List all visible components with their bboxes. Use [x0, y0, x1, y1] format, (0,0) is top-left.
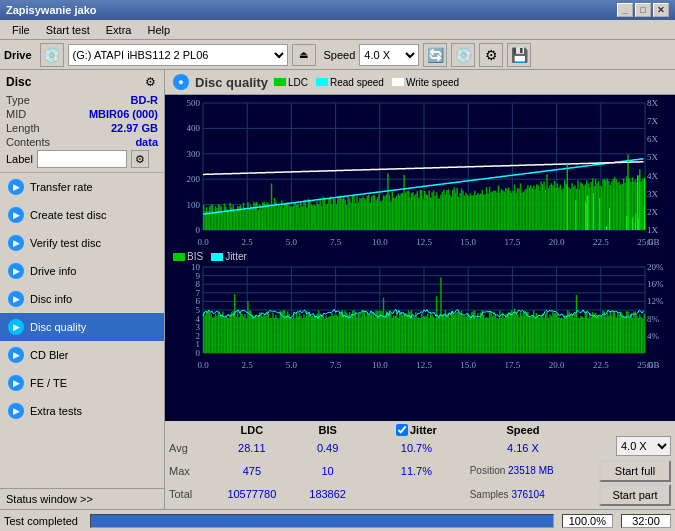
minimize-button[interactable]: _: [617, 3, 633, 17]
write-speed-label: Write speed: [406, 77, 459, 88]
legend-bis: BIS: [173, 251, 203, 262]
sidebar-menu: ▶ Transfer rate ▶ Create test disc ▶ Ver…: [0, 173, 164, 488]
read-speed-color: [316, 78, 328, 86]
disc-quality-icon: ▶: [8, 319, 24, 335]
avg-jitter: 10.7%: [363, 436, 470, 459]
write-speed-color: [392, 78, 404, 86]
type-value: BD-R: [131, 94, 159, 106]
sidebar-item-cd-bler[interactable]: ▶ CD Bler: [0, 341, 164, 369]
position-cell: Position 23518 MB: [470, 459, 577, 482]
sidebar-item-transfer-rate[interactable]: ▶ Transfer rate: [0, 173, 164, 201]
sidebar: Disc ⚙ Type BD-R MID MBIR06 (000) Length…: [0, 70, 165, 509]
content-header: ● Disc quality LDC Read speed Write spee…: [165, 70, 675, 95]
position-value: 23518 MB: [508, 465, 554, 476]
length-value: 22.97 GB: [111, 122, 158, 134]
sidebar-item-extra-tests[interactable]: ▶ Extra tests: [0, 397, 164, 425]
content-area: ● Disc quality LDC Read speed Write spee…: [165, 70, 675, 509]
sidebar-item-fe-te[interactable]: ▶ FE / TE: [0, 369, 164, 397]
label-icon-button[interactable]: ⚙: [131, 150, 149, 168]
ldc-header: LDC: [212, 424, 293, 436]
progress-bar-fill: [91, 515, 553, 527]
create-test-disc-label: Create test disc: [30, 209, 106, 221]
type-label: Type: [6, 94, 30, 106]
start-full-button[interactable]: Start full: [599, 460, 671, 482]
fe-te-icon: ▶: [8, 375, 24, 391]
status-window-label: Status window >>: [6, 493, 93, 505]
quality-icon: ●: [173, 74, 189, 90]
samples-value: 376104: [511, 489, 544, 500]
disc-panel: Disc ⚙ Type BD-R MID MBIR06 (000) Length…: [0, 70, 164, 173]
close-button[interactable]: ✕: [653, 3, 669, 17]
length-label: Length: [6, 122, 40, 134]
menu-extra[interactable]: Extra: [98, 22, 140, 38]
jitter-color: [211, 253, 223, 261]
maximize-button[interactable]: □: [635, 3, 651, 17]
samples-cell: Samples 376104: [470, 483, 577, 506]
drive-icon: 💿: [40, 43, 64, 67]
menu-help[interactable]: Help: [139, 22, 178, 38]
jitter-label: Jitter: [225, 251, 247, 262]
settings-icon[interactable]: ⚙: [479, 43, 503, 67]
max-jitter: 11.7%: [363, 459, 470, 482]
drive-label: Drive: [4, 49, 32, 61]
bis-color: [173, 253, 185, 261]
status-window[interactable]: Status window >>: [0, 488, 164, 509]
menu-file[interactable]: File: [4, 22, 38, 38]
menu-bar: File Start test Extra Help: [0, 20, 675, 40]
start-part-button[interactable]: Start part: [599, 484, 671, 506]
chart1-canvas: [165, 95, 675, 250]
disc-options-icon[interactable]: ⚙: [142, 74, 158, 90]
cd-bler-icon: ▶: [8, 347, 24, 363]
sidebar-item-drive-info[interactable]: ▶ Drive info: [0, 257, 164, 285]
disc-quality-label: Disc quality: [30, 321, 86, 333]
extra-tests-icon: ▶: [8, 403, 24, 419]
save-icon[interactable]: 💾: [507, 43, 531, 67]
mid-label: MID: [6, 108, 26, 120]
avg-ldc: 28.11: [212, 436, 293, 459]
bis-header: BIS: [292, 424, 363, 436]
mid-value: MBIR06 (000): [89, 108, 158, 120]
sidebar-item-disc-info[interactable]: ▶ Disc info: [0, 285, 164, 313]
stats-section: LDC BIS Jitter Speed Avg 28.: [165, 421, 675, 509]
content-title: Disc quality: [195, 75, 268, 90]
legend-jitter: Jitter: [211, 251, 247, 262]
stats-table: LDC BIS Jitter Speed Avg 28.: [169, 424, 671, 506]
avg-label: Avg: [169, 436, 212, 459]
title-bar: Zapisywanie jako _ □ ✕: [0, 0, 675, 20]
disc-icon[interactable]: 💿: [451, 43, 475, 67]
total-ldc: 10577780: [212, 483, 293, 506]
chart-legend: LDC Read speed Write speed: [274, 77, 459, 88]
menu-start-test[interactable]: Start test: [38, 22, 98, 38]
refresh-icon[interactable]: 🔄: [423, 43, 447, 67]
speed-select[interactable]: 4.0 X: [359, 44, 419, 66]
title-text: Zapisywanie jako: [6, 4, 96, 16]
avg-bis: 0.49: [292, 436, 363, 459]
cd-bler-label: CD Bler: [30, 349, 69, 361]
max-label: Max: [169, 459, 212, 482]
label-input[interactable]: [37, 150, 127, 168]
buttons-cell: 4.0 X Start full Start part: [576, 436, 671, 506]
speed-select2[interactable]: 4.0 X: [616, 436, 671, 456]
sidebar-item-create-test-disc[interactable]: ▶ Create test disc: [0, 201, 164, 229]
status-right: 100.0% 32:00: [562, 514, 671, 528]
transfer-rate-icon: ▶: [8, 179, 24, 195]
read-speed-label: Read speed: [330, 77, 384, 88]
speed-label: Speed: [324, 49, 356, 61]
action-buttons: 4.0 X Start full Start part: [580, 436, 671, 506]
drive-bar: Drive 💿 (G:) ATAPI iHBS112 2 PL06 ⏏ Spee…: [0, 40, 675, 70]
drive-select[interactable]: (G:) ATAPI iHBS112 2 PL06: [68, 44, 288, 66]
fe-te-label: FE / TE: [30, 377, 67, 389]
status-bar: Test completed 100.0% 32:00: [0, 509, 675, 531]
speed-header: Speed: [470, 424, 577, 436]
sidebar-item-disc-quality[interactable]: ▶ Disc quality: [0, 313, 164, 341]
eject-button[interactable]: ⏏: [292, 44, 316, 66]
total-bis: 183862: [292, 483, 363, 506]
jitter-checkbox[interactable]: [396, 424, 408, 436]
stats-content: LDC BIS Jitter Speed Avg 28.: [169, 424, 671, 506]
total-label: Total: [169, 483, 212, 506]
avg-speed-cell: 4.16 X: [470, 436, 577, 459]
ldc-label: LDC: [288, 77, 308, 88]
sidebar-item-verify-test-disc[interactable]: ▶ Verify test disc: [0, 229, 164, 257]
create-test-disc-icon: ▶: [8, 207, 24, 223]
disc-info-icon: ▶: [8, 291, 24, 307]
